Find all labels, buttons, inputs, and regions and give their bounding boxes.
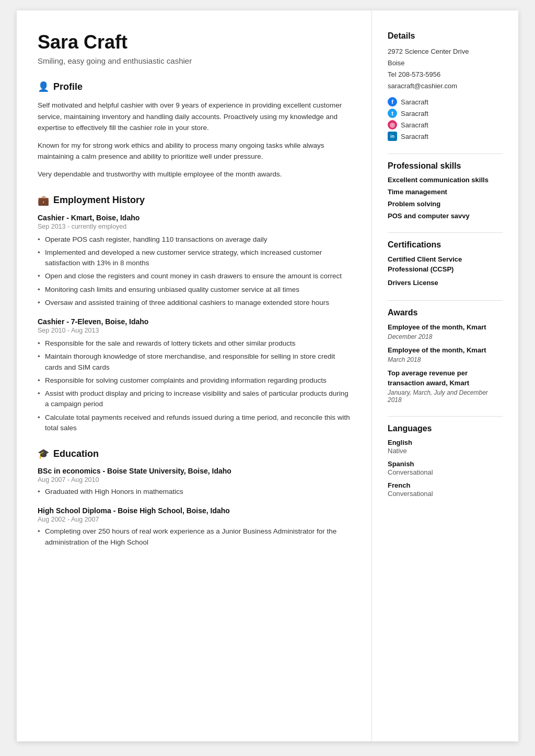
education-icon: 🎓	[38, 448, 49, 459]
edu-1-title: BSc in economics - Boise State Universit…	[38, 467, 353, 475]
socials-container: f Saracraft t Saracraft ◎ Saracraft in S…	[388, 97, 503, 141]
profile-icon: 👤	[38, 81, 49, 92]
employment-icon: 💼	[38, 195, 49, 206]
job-2-bullet-2: Maintain thorough knowledge of store mer…	[38, 351, 353, 373]
facebook-icon: f	[388, 97, 397, 107]
award-1-title: Employee of the month, Kmart	[388, 323, 503, 332]
cert-1: Certified Client Service Professional (C…	[388, 255, 503, 274]
candidate-name: Sara Craft	[38, 31, 353, 53]
languages-title: Languages	[388, 424, 503, 433]
skill-4: POS and computer savvy	[388, 212, 503, 220]
job-2-bullet-3: Responsible for solving customer complai…	[38, 375, 353, 386]
social-linkedin: in Saracraft	[388, 132, 503, 141]
lang-1-name: English	[388, 439, 503, 446]
job-2-date: Sep 2010 - Aug 2013	[38, 327, 353, 334]
skill-3: Problem solving	[388, 200, 503, 208]
facebook-handle: Saracraft	[401, 98, 428, 106]
award-3: Top average revenue per transaction awar…	[388, 369, 503, 403]
profile-title: 👤 Profile	[38, 81, 353, 92]
award-3-date: January, March, July and December 2018	[388, 389, 503, 404]
details-title: Details	[388, 31, 503, 41]
details-section: Details 2972 Science Center Drive Boise …	[388, 31, 503, 141]
edu-1-bullet-1: Graduated with High Honors in mathematic…	[38, 487, 353, 497]
edu-1-date: Aug 2007 - Aug 2010	[38, 476, 353, 483]
lang-2: Spanish Conversational	[388, 460, 503, 476]
lang-3-level: Conversational	[388, 490, 503, 498]
job-2-bullet-4: Assist with product display and pricing …	[38, 388, 353, 410]
right-column: Details 2972 Science Center Drive Boise …	[372, 10, 518, 741]
languages-section: Languages English Native Spanish Convers…	[388, 424, 503, 498]
education-section: 🎓 Education BSc in economics - Boise Sta…	[38, 448, 353, 548]
divider-3	[388, 300, 503, 301]
job-2-bullet-5: Calculate total payments received and re…	[38, 412, 353, 434]
job-1-bullets: Operate POS cash register, handling 110 …	[38, 234, 353, 309]
lang-2-name: Spanish	[388, 460, 503, 468]
skill-2: Time management	[388, 188, 503, 196]
linkedin-icon: in	[388, 132, 397, 141]
instagram-handle: Saracraft	[401, 121, 428, 129]
certifications-section: Certifications Certified Client Service …	[388, 240, 503, 288]
job-2-title: Cashier - 7-Eleven, Boise, Idaho	[38, 317, 353, 326]
job-2-bullets: Responsible for the sale and rewards of …	[38, 338, 353, 433]
job-1-bullet-5: Oversaw and assisted training of three a…	[38, 298, 353, 308]
details-tel: Tel 208-573-5956	[388, 69, 503, 80]
header-section: Sara Craft Smiling, easy going and enthu…	[38, 31, 353, 65]
social-instagram: ◎ Saracraft	[388, 120, 503, 129]
resume-container: Sara Craft Smiling, easy going and enthu…	[17, 10, 518, 741]
award-1: Employee of the month, Kmart December 20…	[388, 323, 503, 340]
divider-1	[388, 153, 503, 154]
profile-para-2: Known for my for strong work ethics and …	[38, 140, 353, 162]
instagram-icon: ◎	[388, 120, 397, 129]
job-1-bullet-2: Implemented and developed a new customer…	[38, 247, 353, 269]
twitter-icon: t	[388, 109, 397, 118]
social-facebook: f Saracraft	[388, 97, 503, 107]
lang-1-level: Native	[388, 447, 503, 455]
linkedin-handle: Saracraft	[401, 133, 428, 140]
job-1-date: Sep 2013 - currently employed	[38, 223, 353, 230]
lang-3-name: French	[388, 481, 503, 489]
job-1-bullet-1: Operate POS cash register, handling 110 …	[38, 234, 353, 245]
edu-2-bullets: Completing over 250 hours of real work e…	[38, 526, 353, 548]
lang-1: English Native	[388, 439, 503, 455]
employment-title: 💼 Employment History	[38, 195, 353, 206]
award-1-date: December 2018	[388, 333, 503, 340]
lang-2-level: Conversational	[388, 468, 503, 476]
skills-title: Professional skills	[388, 161, 503, 171]
lang-3: French Conversational	[388, 481, 503, 498]
job-1: Cashier - Kmart, Boise, Idaho Sep 2013 -…	[38, 214, 353, 309]
job-1-title: Cashier - Kmart, Boise, Idaho	[38, 214, 353, 222]
edu-2: High School Diploma - Boise High School,…	[38, 506, 353, 548]
edu-2-date: Aug 2002 - Aug 2007	[38, 516, 353, 523]
edu-1-bullets: Graduated with High Honors in mathematic…	[38, 487, 353, 497]
profile-para-3: Very dependable and trustworthy with mul…	[38, 169, 353, 180]
edu-2-title: High School Diploma - Boise High School,…	[38, 506, 353, 515]
job-1-bullet-4: Monitoring cash limits and ensuring unbi…	[38, 285, 353, 295]
details-address: 2972 Science Center Drive	[388, 46, 503, 57]
skills-section: Professional skills Excellent communicat…	[388, 161, 503, 220]
awards-section: Awards Employee of the month, Kmart Dece…	[388, 308, 503, 404]
employment-section: 💼 Employment History Cashier - Kmart, Bo…	[38, 195, 353, 434]
social-twitter: t Saracraft	[388, 109, 503, 118]
profile-para-1: Self motivated and helpful cashier with …	[38, 100, 353, 134]
details-city: Boise	[388, 57, 503, 69]
details-email: saracraft@cashier.com	[388, 80, 503, 92]
education-title: 🎓 Education	[38, 448, 353, 459]
divider-2	[388, 232, 503, 233]
award-3-title: Top average revenue per transaction awar…	[388, 369, 503, 387]
candidate-tagline: Smiling, easy going and enthusiastic cas…	[38, 56, 353, 65]
cert-2: Drivers License	[388, 278, 503, 288]
job-2-bullet-1: Responsible for the sale and rewards of …	[38, 338, 353, 349]
award-2-title: Employee of the month, Kmart	[388, 346, 503, 355]
job-1-bullet-3: Open and close the registers and count m…	[38, 271, 353, 281]
profile-section: 👤 Profile Self motivated and helpful cas…	[38, 81, 353, 180]
skill-1: Excellent communication skills	[388, 176, 503, 184]
award-2-date: March 2018	[388, 356, 503, 363]
award-2: Employee of the month, Kmart March 2018	[388, 346, 503, 363]
twitter-handle: Saracraft	[401, 110, 428, 117]
job-2: Cashier - 7-Eleven, Boise, Idaho Sep 201…	[38, 317, 353, 433]
divider-4	[388, 416, 503, 417]
certifications-title: Certifications	[388, 240, 503, 250]
awards-title: Awards	[388, 308, 503, 317]
edu-2-bullet-1: Completing over 250 hours of real work e…	[38, 526, 353, 548]
edu-1: BSc in economics - Boise State Universit…	[38, 467, 353, 497]
